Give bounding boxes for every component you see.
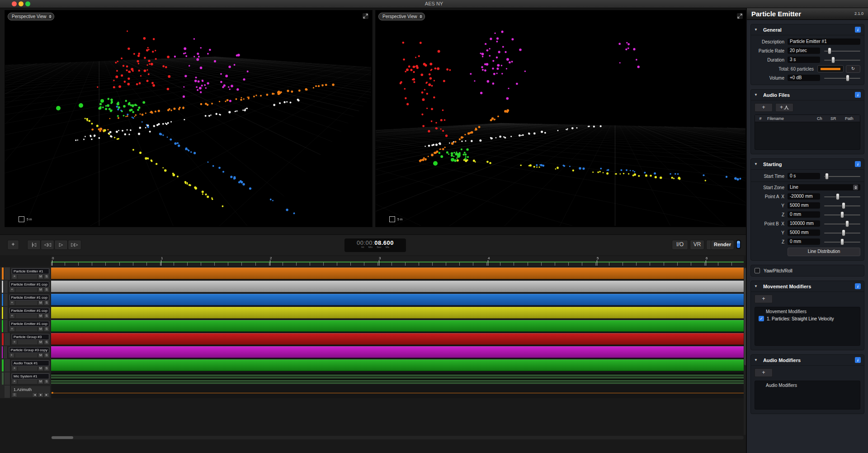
next-keyframe-button[interactable]: ▶ (44, 392, 49, 397)
track-name-field[interactable]: Particle Emitter #1 cop (9, 321, 49, 327)
volume-slider[interactable] (824, 75, 860, 81)
info-icon[interactable] (855, 161, 861, 167)
point-b-z-slider[interactable] (824, 238, 860, 245)
volume-input[interactable]: +0 dB (788, 75, 820, 81)
track-grab-handle[interactable] (4, 346, 7, 358)
clip-region[interactable] (51, 346, 744, 358)
slider-thumb[interactable] (825, 173, 829, 180)
automation-curve[interactable] (51, 393, 744, 393)
solo-button[interactable]: S (44, 340, 49, 345)
slider-thumb[interactable] (840, 211, 844, 218)
solo-button[interactable]: S (44, 287, 49, 292)
solo-button[interactable]: S (44, 366, 49, 371)
collapse-triangle-icon[interactable]: ▼ (754, 162, 758, 166)
mic-clip-region[interactable] (51, 373, 744, 384)
slider-thumb[interactable] (842, 229, 845, 236)
point-a-x-input[interactable]: -20000 mm (788, 193, 820, 200)
mute-button[interactable]: M (38, 327, 43, 332)
slider-thumb[interactable] (845, 220, 849, 227)
start-time-slider[interactable] (824, 173, 860, 180)
track-lane[interactable] (51, 346, 744, 359)
track-grab-handle[interactable] (5, 267, 10, 280)
point-a-y-slider[interactable] (824, 202, 860, 209)
track-grab-handle[interactable] (5, 359, 10, 372)
modifier-list-item[interactable]: 1. Particles: Straight Line Velocity (755, 315, 860, 323)
play-button[interactable]: ▷ (54, 240, 68, 250)
track-add-automation-button[interactable]: + (12, 274, 17, 279)
collapse-triangle-icon[interactable]: ▼ (754, 28, 758, 32)
track-add-automation-button[interactable]: + (12, 379, 17, 384)
duration-slider[interactable] (824, 57, 860, 63)
track-lane[interactable] (51, 319, 744, 333)
point-b-x-input[interactable]: 100000 mm (788, 220, 820, 227)
point-a-y-input[interactable]: 5000 mm (788, 202, 820, 209)
clip-region[interactable] (51, 333, 744, 345)
track-add-automation-button[interactable]: + (12, 366, 17, 371)
slider-thumb[interactable] (836, 193, 840, 200)
track-lane[interactable] (51, 333, 744, 346)
point-b-x-slider[interactable] (824, 220, 860, 227)
track-header[interactable]: Particle Group #3 copy+MS (0, 346, 51, 359)
mute-button[interactable]: M (38, 379, 43, 384)
track-lane[interactable] (51, 267, 744, 280)
track-grab-handle[interactable] (5, 386, 10, 398)
track-name-field[interactable]: Particle Emitter #1 cop (9, 308, 49, 314)
add-track-button[interactable]: + (7, 240, 19, 250)
particle-rate-slider[interactable] (824, 48, 860, 54)
viewport-right[interactable]: Perspective View 5 m (375, 10, 747, 227)
solo-button[interactable]: S (44, 300, 49, 305)
timeline-ruler[interactable]: 0123456 (51, 256, 744, 266)
track-header[interactable]: Particle Emitter #1 cop+MS (0, 293, 51, 306)
mute-button[interactable]: M (38, 274, 43, 279)
section-audio-files-header[interactable]: ▼ Audio Files (751, 90, 864, 100)
track-header[interactable]: Particle Emitter #1 cop+MS (0, 319, 51, 333)
info-icon[interactable] (855, 27, 861, 33)
track-add-automation-button[interactable]: + (9, 287, 15, 292)
automation-keyframe[interactable] (52, 392, 53, 394)
render-button[interactable]: Render (711, 240, 734, 250)
point-a-z-slider[interactable] (824, 211, 860, 218)
track-grab-handle[interactable] (5, 333, 10, 345)
track-name-field[interactable]: Particle Emitter #1 cop (9, 281, 49, 287)
start-time-input[interactable]: 0 s (788, 173, 820, 179)
collapse-triangle-icon[interactable]: ▼ (754, 284, 758, 288)
stepper-icon[interactable] (853, 185, 858, 190)
prev-keyframe-button[interactable]: ◀ (32, 392, 38, 397)
solo-button[interactable]: S (44, 353, 49, 358)
section-starting-header[interactable]: ▼ Starting (751, 159, 864, 170)
track-add-automation-button[interactable]: + (12, 340, 17, 345)
duration-input[interactable]: 3 s (788, 57, 820, 63)
yaw-pitch-roll-checkbox[interactable] (755, 268, 760, 273)
line-distribution-button[interactable]: Line Distribution (788, 248, 860, 256)
mute-button[interactable]: M (38, 366, 43, 371)
mute-button[interactable]: M (38, 314, 43, 319)
add-impulse-button[interactable]: + (775, 103, 793, 112)
track-name-field[interactable]: Particle Emitter #1 (12, 268, 49, 274)
vr-button[interactable]: VR (690, 240, 704, 250)
solo-button[interactable]: S (44, 314, 49, 319)
expand-viewport-icon[interactable] (737, 13, 743, 19)
track-lane[interactable] (51, 280, 744, 293)
clip-region[interactable] (51, 281, 744, 292)
point-a-z-input[interactable]: 0 mm (788, 211, 820, 218)
clip-region[interactable] (51, 320, 744, 332)
clip-region[interactable] (51, 307, 744, 319)
track-add-automation-button[interactable]: + (9, 300, 15, 305)
section-audio-modifiers-header[interactable]: ▼ Audio Modifiers (751, 355, 864, 366)
track-lane[interactable] (51, 306, 744, 319)
add-keyframe-button[interactable]: ◆ (38, 392, 43, 397)
clip-region[interactable] (51, 294, 744, 305)
track-grab-handle[interactable] (4, 294, 8, 306)
point-b-y-input[interactable]: 5000 mm (788, 229, 820, 236)
refresh-button[interactable]: ↻ (846, 65, 860, 73)
slider-thumb[interactable] (842, 202, 845, 209)
start-zone-dropdown[interactable]: Line (788, 184, 860, 191)
slider-thumb[interactable] (840, 238, 844, 245)
collapse-triangle-icon[interactable]: ▼ (754, 93, 758, 97)
info-icon[interactable] (855, 283, 861, 289)
track-grab-handle[interactable] (4, 281, 8, 293)
track-header[interactable]: Particle Emitter #1+MS (0, 267, 51, 280)
track-name-field[interactable]: Particle Emitter #1 cop (9, 295, 49, 300)
track-lane[interactable] (51, 359, 744, 372)
view-mode-dropdown[interactable]: Perspective View (8, 13, 54, 20)
